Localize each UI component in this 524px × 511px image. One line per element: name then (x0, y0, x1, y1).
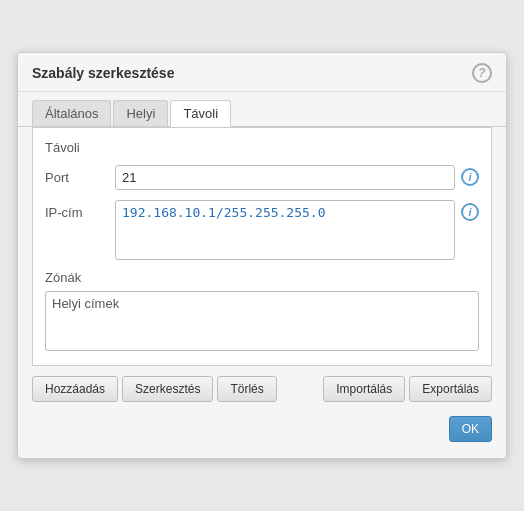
dialog: Szabály szerkesztése ? Általános Helyi T… (17, 52, 507, 459)
ok-button[interactable]: OK (449, 416, 492, 442)
tab-altalanos[interactable]: Általános (32, 100, 111, 126)
edit-button[interactable]: Szerkesztés (122, 376, 213, 402)
help-icon[interactable]: ? (472, 63, 492, 83)
ip-input-wrap: i (115, 200, 479, 260)
left-buttons: Hozzáadás Szerkesztés Törlés (32, 376, 277, 402)
ip-field-row: IP-cím i (45, 200, 479, 260)
port-label: Port (45, 165, 115, 185)
tab-content: Távoli Port i IP-cím i Zónák Helyi címek (32, 127, 492, 366)
port-info-icon[interactable]: i (461, 168, 479, 186)
delete-button[interactable]: Törlés (217, 376, 276, 402)
tab-helyi[interactable]: Helyi (113, 100, 168, 126)
add-button[interactable]: Hozzáadás (32, 376, 118, 402)
right-buttons: Importálás Exportálás (323, 376, 492, 402)
zones-section: Zónák Helyi címek (45, 270, 479, 351)
ip-info-icon[interactable]: i (461, 203, 479, 221)
tabs: Általános Helyi Távoli (18, 92, 506, 127)
zones-label: Zónák (45, 270, 479, 285)
action-buttons-row: Hozzáadás Szerkesztés Törlés Importálás … (18, 376, 506, 402)
ok-row: OK (18, 402, 506, 442)
zones-list-item: Helyi címek (52, 296, 119, 311)
ip-input[interactable] (115, 200, 455, 260)
zones-list[interactable]: Helyi címek (45, 291, 479, 351)
dialog-title: Szabály szerkesztése (32, 65, 174, 81)
port-field-row: Port i (45, 165, 479, 190)
import-button[interactable]: Importálás (323, 376, 405, 402)
export-button[interactable]: Exportálás (409, 376, 492, 402)
section-label: Távoli (45, 140, 479, 155)
port-input[interactable] (115, 165, 455, 190)
dialog-header: Szabály szerkesztése ? (18, 53, 506, 92)
ip-label: IP-cím (45, 200, 115, 220)
port-input-wrap: i (115, 165, 479, 190)
tab-tavoli[interactable]: Távoli (170, 100, 231, 127)
